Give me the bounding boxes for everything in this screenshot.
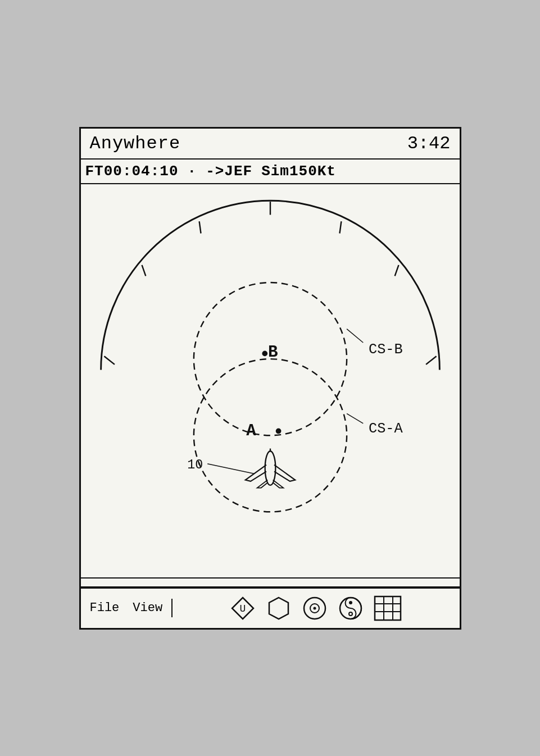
svg-line-1 — [142, 265, 146, 275]
cs-a-text: CS-A — [369, 421, 403, 437]
view-menu[interactable]: View — [133, 601, 162, 615]
toolbar-menus: File View — [81, 599, 173, 617]
svg-line-16 — [207, 463, 254, 473]
airplane-icon — [245, 448, 295, 488]
location-label: Anywhere — [90, 133, 181, 154]
header-row1: Anywhere 3:42 — [81, 129, 460, 160]
svg-point-26 — [349, 612, 352, 616]
cs-b-text: CS-B — [369, 341, 403, 358]
yin-yang-icon[interactable] — [338, 595, 364, 621]
svg-point-13 — [275, 428, 281, 434]
svg-line-4 — [339, 221, 341, 233]
radar-display: CS-B CS-A B A 10 — [81, 184, 460, 577]
main-screen: Anywhere 3:42 FT00:04:10 · ->JEF Sim150K… — [79, 127, 461, 630]
svg-line-2 — [199, 221, 201, 233]
diamond-u-icon[interactable]: U — [230, 595, 256, 621]
svg-line-5 — [394, 265, 398, 275]
svg-point-17 — [265, 451, 275, 485]
time-display: 3:42 — [407, 133, 451, 154]
svg-text:B: B — [268, 343, 278, 362]
flight-time: FT00:04:10 — [85, 163, 179, 180]
svg-point-25 — [349, 601, 352, 604]
svg-rect-27 — [375, 596, 401, 620]
svg-line-6 — [426, 356, 436, 365]
svg-text:U: U — [240, 603, 246, 614]
separator-row — [81, 577, 460, 588]
svg-point-11 — [262, 350, 267, 356]
radar-svg: CS-B CS-A B A 10 — [81, 184, 460, 577]
file-menu[interactable]: File — [90, 601, 120, 615]
separator: · — [188, 163, 197, 180]
grid-icon[interactable] — [374, 595, 402, 621]
toolbar-icons: U — [173, 593, 459, 623]
svg-point-8 — [193, 359, 346, 512]
svg-line-0 — [104, 356, 114, 365]
toolbar: File View U — [81, 588, 460, 628]
svg-text:10: 10 — [187, 457, 203, 472]
svg-point-23 — [314, 607, 316, 609]
svg-text:A: A — [246, 422, 256, 440]
svg-line-10 — [347, 413, 363, 423]
flight-strip: FT00:04:10 · ->JEF Sim150Kt — [81, 160, 460, 184]
destination: ->JEF — [206, 163, 252, 180]
target-icon[interactable] — [302, 595, 328, 621]
hexagon-icon[interactable] — [266, 595, 292, 621]
svg-line-9 — [347, 329, 363, 342]
flight-mode: Sim150Kt — [261, 163, 336, 180]
svg-marker-20 — [269, 598, 288, 619]
